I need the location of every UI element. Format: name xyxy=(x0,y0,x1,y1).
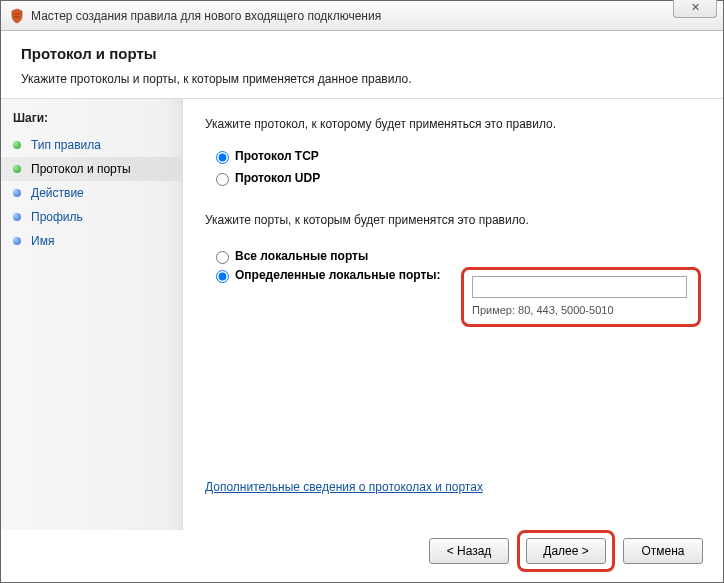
protocol-tcp-label[interactable]: Протокол TCP xyxy=(235,149,319,163)
ports-specific-radio[interactable] xyxy=(216,270,229,283)
protocol-tcp-row: Протокол TCP xyxy=(211,148,701,164)
close-button[interactable]: ✕ xyxy=(673,0,717,18)
steps-label: Шаги: xyxy=(1,105,182,133)
step-label: Имя xyxy=(31,234,54,248)
ports-block: Все локальные порты Определенные локальн… xyxy=(205,245,701,330)
wizard-window: Мастер создания правила для нового входя… xyxy=(0,0,724,583)
next-button-highlight: Далее > xyxy=(517,530,615,572)
step-name[interactable]: Имя xyxy=(1,229,182,253)
bullet-icon xyxy=(13,237,21,245)
step-rule-type[interactable]: Тип правила xyxy=(1,133,182,157)
protocol-udp-row: Протокол UDP xyxy=(211,170,701,186)
steps-sidebar: Шаги: Тип правила Протокол и порты Дейст… xyxy=(1,99,183,530)
svg-rect-1 xyxy=(14,16,20,18)
learn-more-link[interactable]: Дополнительные сведения о протоколах и п… xyxy=(205,480,701,494)
bullet-icon xyxy=(13,141,21,149)
ports-all-radio[interactable] xyxy=(216,251,229,264)
close-icon: ✕ xyxy=(691,1,700,14)
ports-specific-label[interactable]: Определенные локальные порты: xyxy=(235,268,441,282)
protocol-udp-label[interactable]: Протокол UDP xyxy=(235,171,320,185)
cancel-button[interactable]: Отмена xyxy=(623,538,703,564)
ports-input-highlight: Пример: 80, 443, 5000-5010 xyxy=(461,267,701,327)
step-protocol-ports[interactable]: Протокол и порты xyxy=(1,157,182,181)
bullet-icon xyxy=(13,165,21,173)
page-title: Протокол и порты xyxy=(21,45,703,62)
protocol-udp-radio[interactable] xyxy=(216,173,229,186)
titlebar: Мастер создания правила для нового входя… xyxy=(1,1,723,31)
protocol-prompt: Укажите протокол, к которому будет приме… xyxy=(205,117,701,131)
step-label: Тип правила xyxy=(31,138,101,152)
ports-all-row: Все локальные порты xyxy=(211,248,701,264)
header-area: Протокол и порты Укажите протоколы и пор… xyxy=(1,31,723,99)
ports-input[interactable] xyxy=(472,276,687,298)
step-label: Действие xyxy=(31,186,84,200)
ports-specific-row: Определенные локальные порты: Пример: 80… xyxy=(211,267,701,327)
firewall-icon xyxy=(9,8,25,24)
bullet-icon xyxy=(13,189,21,197)
window-title: Мастер создания правила для нового входя… xyxy=(31,9,381,23)
protocol-tcp-radio[interactable] xyxy=(216,151,229,164)
svg-rect-0 xyxy=(14,13,20,15)
step-label: Профиль xyxy=(31,210,83,224)
ports-all-label[interactable]: Все локальные порты xyxy=(235,249,368,263)
back-button[interactable]: < Назад xyxy=(429,538,509,564)
page-subtitle: Укажите протоколы и порты, к которым при… xyxy=(21,72,703,86)
step-action[interactable]: Действие xyxy=(1,181,182,205)
bullet-icon xyxy=(13,213,21,221)
ports-prompt: Укажите порты, к которым будет применятс… xyxy=(205,213,701,227)
button-row: < Назад Далее > Отмена xyxy=(1,530,723,582)
step-label: Протокол и порты xyxy=(31,162,131,176)
next-button[interactable]: Далее > xyxy=(526,538,606,564)
body-area: Шаги: Тип правила Протокол и порты Дейст… xyxy=(1,99,723,530)
step-profile[interactable]: Профиль xyxy=(1,205,182,229)
content-panel: Укажите протокол, к которому будет приме… xyxy=(183,99,723,530)
ports-example: Пример: 80, 443, 5000-5010 xyxy=(472,304,690,316)
